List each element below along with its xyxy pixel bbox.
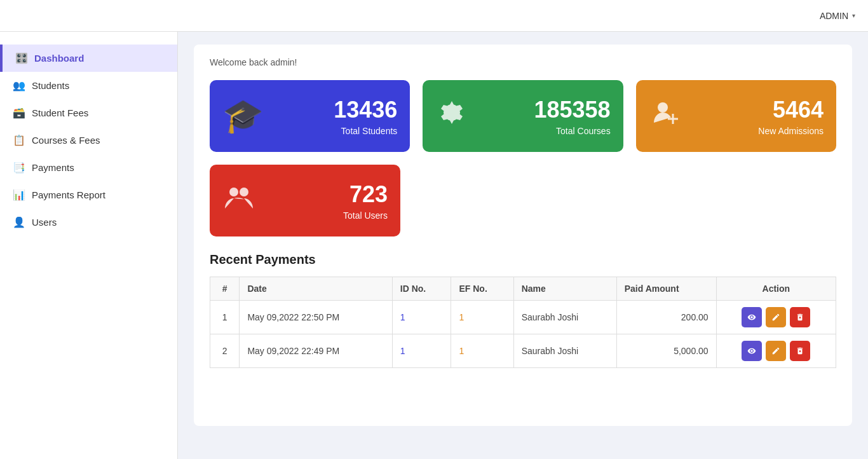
- cell-ef-no: 1: [451, 334, 513, 368]
- svg-point-4: [240, 188, 248, 196]
- col-name: Name: [513, 277, 616, 301]
- edit-button[interactable]: [766, 307, 786, 327]
- edit-button[interactable]: [766, 341, 786, 361]
- sidebar: 🎛️ Dashboard 👥 Students 🗃️ Student Fees …: [0, 32, 178, 459]
- students-icon: 👥: [13, 79, 25, 92]
- view-button[interactable]: [742, 307, 762, 327]
- chevron-down-icon: ▾: [852, 12, 855, 19]
- stat-card-new-admissions: 5464 New Admissions: [636, 80, 836, 152]
- cell-paid-amount: 200.00: [616, 301, 716, 334]
- total-courses-number: 185358: [481, 97, 610, 123]
- id-no-link[interactable]: 1: [400, 346, 405, 356]
- stat-card-total-students: 🎓 13436 Total Students: [210, 80, 410, 152]
- delete-button[interactable]: [790, 341, 810, 361]
- sidebar-item-payments-report[interactable]: 📊 Payments Report: [0, 181, 177, 209]
- admin-dropdown[interactable]: ADMIN ▾: [820, 11, 855, 21]
- total-students-label: Total Students: [276, 126, 397, 136]
- cell-name: Saurabh Joshi: [513, 334, 616, 368]
- stat-card-total-users: 723 Total Users: [210, 165, 400, 236]
- col-action: Action: [716, 277, 836, 301]
- sidebar-item-label: Students: [32, 80, 69, 91]
- table-row: 2 May 09,2022 22:49 PM 1 1 Saurabh Joshi…: [210, 334, 836, 368]
- graduation-icon: 🎓: [222, 97, 264, 135]
- new-admissions-number: 5464: [695, 97, 824, 123]
- cell-num: 2: [210, 334, 240, 368]
- cell-num: 1: [210, 301, 240, 334]
- action-btns: [724, 341, 828, 361]
- sidebar-item-label: Users: [32, 217, 57, 228]
- cell-name: Saurabh Joshi: [513, 301, 616, 334]
- users-icon: 👤: [13, 216, 25, 228]
- cell-ef-no: 1: [451, 301, 513, 334]
- cell-paid-amount: 5,000.00: [616, 334, 716, 368]
- delete-button[interactable]: [790, 307, 810, 327]
- table-row: 1 May 09,2022 22:50 PM 1 1 Saurabh Joshi…: [210, 301, 836, 334]
- action-btns: [724, 307, 828, 327]
- student-fees-icon: 🗃️: [13, 107, 25, 119]
- admin-label: ADMIN: [820, 11, 848, 21]
- dashboard-icon: 🎛️: [15, 52, 28, 64]
- welcome-card: Welcome back admin! 🎓 13436 Total Studen…: [194, 45, 852, 426]
- stat-cards-row2: 723 Total Users: [210, 165, 836, 236]
- users-group-icon: [222, 181, 255, 221]
- main-content: Welcome back admin! 🎓 13436 Total Studen…: [178, 32, 868, 459]
- sidebar-item-dashboard[interactable]: 🎛️ Dashboard: [0, 45, 177, 72]
- sidebar-item-label: Payments Report: [32, 189, 105, 200]
- sidebar-item-students[interactable]: 👥 Students: [0, 72, 177, 99]
- ef-no-link[interactable]: 1: [459, 346, 464, 356]
- sidebar-item-label: Student Fees: [32, 107, 88, 118]
- topbar: ADMIN ▾: [0, 0, 868, 32]
- cell-id-no: 1: [392, 334, 451, 368]
- svg-point-3: [229, 188, 238, 196]
- stat-cards-row1: 🎓 13436 Total Students 185358: [210, 80, 836, 152]
- ef-no-link[interactable]: 1: [459, 312, 464, 322]
- cell-id-no: 1: [392, 301, 451, 334]
- total-users-label: Total Users: [268, 210, 388, 221]
- payments-table: # Date ID No. EF No. Name Paid Amount Ac…: [210, 277, 836, 368]
- stat-card-total-courses: 185358 Total Courses: [423, 80, 623, 152]
- sidebar-item-student-fees[interactable]: 🗃️ Student Fees: [0, 99, 177, 127]
- sidebar-item-label: Courses & Fees: [32, 135, 100, 146]
- new-admissions-label: New Admissions: [695, 126, 824, 136]
- sidebar-item-label: Payments: [32, 162, 74, 173]
- cell-action: [716, 334, 836, 368]
- sidebar-item-users[interactable]: 👤 Users: [0, 209, 177, 236]
- courses-gear-icon: [435, 96, 468, 136]
- welcome-text: Welcome back admin!: [210, 57, 836, 67]
- svg-point-0: [658, 102, 668, 113]
- col-date: Date: [240, 277, 392, 301]
- view-button[interactable]: [742, 341, 762, 361]
- col-ef-no: EF No.: [451, 277, 513, 301]
- col-paid-amount: Paid Amount: [616, 277, 716, 301]
- col-num: #: [210, 277, 240, 301]
- payments-icon: 📑: [13, 161, 25, 174]
- id-no-link[interactable]: 1: [400, 312, 405, 322]
- sidebar-item-label: Dashboard: [34, 53, 84, 64]
- total-users-number: 723: [268, 181, 388, 208]
- payments-report-icon: 📊: [13, 189, 25, 201]
- cell-action: [716, 301, 836, 334]
- col-id-no: ID No.: [392, 277, 451, 301]
- add-user-icon: [649, 96, 682, 136]
- sidebar-item-courses-fees[interactable]: 📋 Courses & Fees: [0, 127, 177, 154]
- layout: 🎛️ Dashboard 👥 Students 🗃️ Student Fees …: [0, 32, 868, 459]
- recent-payments-title: Recent Payments: [210, 252, 836, 267]
- sidebar-item-payments[interactable]: 📑 Payments: [0, 154, 177, 181]
- cell-date: May 09,2022 22:50 PM: [240, 301, 392, 334]
- total-students-number: 13436: [276, 97, 397, 123]
- total-courses-label: Total Courses: [481, 126, 610, 136]
- cell-date: May 09,2022 22:49 PM: [240, 334, 392, 368]
- courses-fees-icon: 📋: [13, 134, 25, 146]
